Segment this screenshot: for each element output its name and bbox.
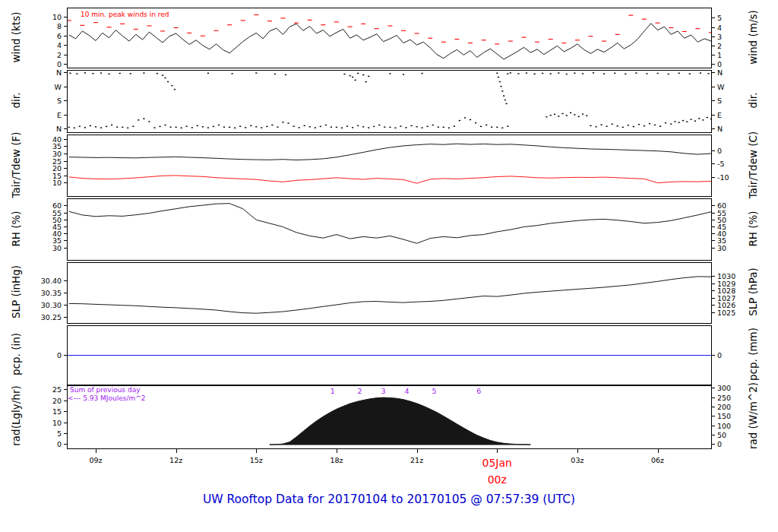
tick-label: -10 <box>717 174 729 182</box>
tick-label: 50 <box>717 217 726 224</box>
tick-mark <box>711 312 715 313</box>
tick-mark <box>711 283 715 284</box>
tick-label: 55 <box>52 210 62 217</box>
tick-label: 30.35 <box>41 290 62 297</box>
plot-rad <box>68 386 711 448</box>
tick-mark <box>711 177 715 178</box>
x-tick-mark <box>176 449 177 453</box>
tick-mark <box>64 176 68 176</box>
tick-label: 60 <box>52 202 62 210</box>
tick-label: N <box>56 125 62 133</box>
tick-mark <box>64 168 68 169</box>
x-tick-label-date-red: 05Jan00z <box>482 455 512 488</box>
tick-mark <box>711 444 715 445</box>
tick-label: 6 <box>57 33 62 40</box>
x-tick-mark <box>577 449 578 453</box>
tick-mark <box>64 161 68 162</box>
tick-label: S <box>717 97 722 105</box>
tick-label: 1026 <box>717 302 735 309</box>
series-tair_f <box>69 144 711 160</box>
tick-mark <box>711 276 715 277</box>
rad-hour-marker: 1 <box>330 387 335 395</box>
tick-mark <box>64 115 68 116</box>
tick-mark <box>64 317 68 318</box>
tick-mark <box>64 355 68 356</box>
tick-mark <box>64 433 68 434</box>
tick-label: W <box>55 84 62 91</box>
tick-label: 1 <box>717 52 722 59</box>
plot-dir <box>68 71 711 132</box>
tick-mark <box>64 146 68 147</box>
tick-label: 30 <box>52 150 62 158</box>
tick-mark <box>64 205 68 206</box>
rad-hour-marker: 2 <box>358 387 362 395</box>
tick-mark <box>711 435 715 435</box>
tick-label: 35 <box>52 143 62 150</box>
series-rh_pct <box>69 204 711 244</box>
tick-mark <box>64 280 68 281</box>
tick-mark <box>64 423 68 423</box>
tick-mark <box>711 397 715 398</box>
tick-mark <box>64 226 68 227</box>
tick-label: 2 <box>57 52 62 59</box>
tick-label: N <box>717 69 723 77</box>
tick-mark <box>711 355 715 356</box>
tick-mark <box>64 45 68 46</box>
tick-label: 1028 <box>717 287 735 295</box>
tick-mark <box>64 389 68 390</box>
tick-mark <box>711 150 715 151</box>
tick-label: 35 <box>52 237 62 245</box>
tick-label: 1027 <box>717 295 735 302</box>
tick-label: 0 <box>717 61 722 68</box>
x-tick-mark <box>256 449 257 453</box>
chart-title: UW Rooftop Data for 20170104 to 20170105… <box>0 492 778 506</box>
tick-mark <box>711 115 715 116</box>
tick-label: 0 <box>57 352 62 359</box>
tick-label: 100 <box>717 423 731 430</box>
tick-mark <box>711 290 715 291</box>
tick-mark <box>711 240 715 241</box>
tick-label: 35 <box>717 237 726 245</box>
tick-mark <box>64 128 68 129</box>
panel-temp-dew: 101520253035400-5-10 <box>67 135 712 197</box>
panel-rh: 3035404550556030354045505560 <box>67 198 712 261</box>
tick-label: 30.25 <box>41 314 62 321</box>
tick-label: 5 <box>57 430 62 438</box>
tick-mark <box>711 163 715 164</box>
tick-label: 150 <box>717 413 731 420</box>
tick-label: 2 <box>717 43 722 50</box>
tick-mark <box>64 240 68 241</box>
tick-mark <box>64 72 68 73</box>
tick-mark <box>64 139 68 140</box>
tick-mark <box>711 388 715 388</box>
tick-mark <box>64 87 68 87</box>
tick-mark <box>64 220 68 220</box>
tick-label: 40 <box>52 230 62 238</box>
tick-label: 1030 <box>717 273 735 280</box>
rad-hour-marker: 4 <box>405 387 410 395</box>
tick-label: 30 <box>52 245 62 252</box>
tick-mark <box>64 100 68 101</box>
tick-mark <box>711 72 715 73</box>
meteogram-page: 0246810012345 NWSENNWSEN 101520253035400… <box>0 0 778 532</box>
tick-label: 50 <box>52 217 62 224</box>
rad-sum-note-line2: <--- 5.93 MJoules/m^2 <box>68 394 145 403</box>
tick-mark <box>711 220 715 220</box>
tick-label: 5 <box>717 14 722 22</box>
tick-mark <box>64 293 68 293</box>
tick-label: 20 <box>52 397 62 405</box>
tick-mark <box>711 100 715 101</box>
tick-label: 0 <box>717 441 722 448</box>
tick-mark <box>711 46 715 46</box>
panel-slp: 30.2530.3030.3530.4010251026102710281029… <box>67 262 712 324</box>
tick-mark <box>711 128 715 129</box>
plot-temp <box>68 135 711 196</box>
tick-label: 0 <box>717 147 722 155</box>
tick-label: 50 <box>717 432 726 439</box>
tick-label: 15 <box>52 173 62 180</box>
tick-mark <box>711 298 715 299</box>
tick-label: 10 <box>52 179 62 187</box>
tick-label: 30.40 <box>41 277 62 285</box>
tick-mark <box>711 226 715 227</box>
tick-label: 10 <box>52 14 62 21</box>
